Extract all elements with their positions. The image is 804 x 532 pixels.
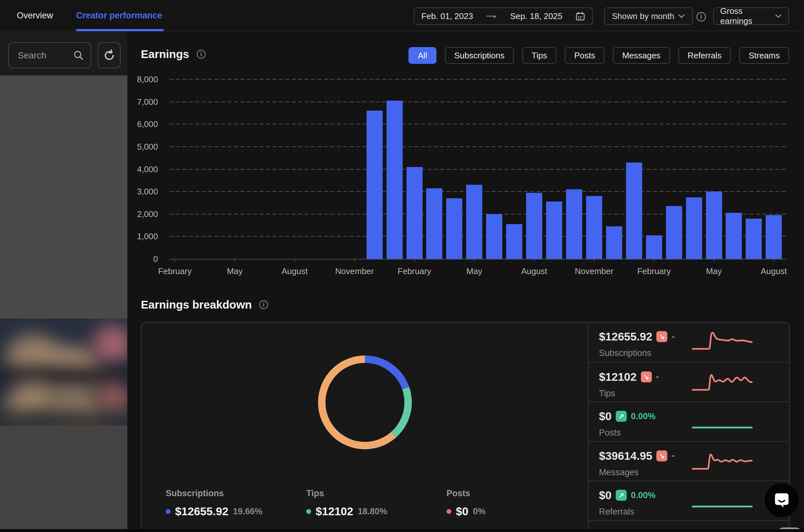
bar-jul-2025	[746, 218, 762, 259]
row-change: -	[671, 332, 674, 342]
x-axis-tick	[294, 259, 295, 262]
date-range-picker[interactable]: Feb. 01, 2023 Sep. 18, 2025	[414, 7, 593, 25]
bar-dec-2023	[366, 111, 383, 259]
sparkline	[692, 489, 753, 513]
bar-mar-2025	[666, 206, 682, 259]
earnings-breakdown-card: Subscriptions$12655.9219.66%Tips$1210218…	[141, 322, 790, 532]
filter-pill-tips[interactable]: Tips	[522, 47, 556, 64]
tab-creator-performance[interactable]: Creator performance	[76, 0, 162, 31]
row-value: $12102	[599, 370, 637, 383]
legend-posts: Posts$00%	[446, 489, 582, 518]
gridline	[169, 169, 787, 170]
search-input[interactable]	[18, 50, 66, 61]
y-axis-tick-label: 0	[107, 254, 158, 264]
gridline	[169, 101, 787, 102]
active-tab-underline	[76, 29, 164, 31]
sidebar-blurred-thumbnails[interactable]	[0, 319, 127, 425]
bar-feb-2024	[406, 167, 423, 259]
filter-pill-referrals[interactable]: Referrals	[678, 47, 731, 64]
earnings-bar-chart: 01,0002,0003,0004,0005,0006,0007,0008,00…	[0, 79, 804, 289]
chat-bubble-icon	[773, 492, 790, 509]
sparkline	[692, 370, 753, 395]
row-value: $0	[599, 410, 612, 423]
row-value: $12655.92	[599, 330, 652, 343]
row-value: $0	[599, 489, 612, 502]
tab-overview[interactable]: Overview	[17, 0, 53, 31]
breakdown-row-posts: $0↗0.00%Posts	[589, 401, 790, 441]
filter-pill-subscriptions[interactable]: Subscriptions	[445, 47, 514, 64]
x-axis-tick	[654, 259, 654, 262]
refresh-icon	[103, 49, 116, 62]
bar-apr-2025	[686, 197, 702, 259]
row-change: -	[671, 451, 674, 461]
row-label: Subscriptions	[599, 348, 651, 358]
x-axis-tick	[414, 259, 415, 262]
calendar-icon	[575, 11, 585, 21]
legend-value: $0	[456, 505, 468, 518]
chat-launcher-button[interactable]	[765, 483, 799, 517]
gridline	[169, 124, 787, 125]
trend-down-icon: ↘	[656, 331, 667, 342]
bar-may-2024	[466, 185, 482, 259]
x-axis-tick	[354, 259, 355, 262]
shown-by-select[interactable]: Shown by month	[604, 7, 693, 25]
bar-mar-2024	[426, 188, 442, 259]
bar-nov-2024	[586, 196, 602, 259]
gridline	[169, 146, 787, 147]
legend-label: Subscriptions	[166, 489, 301, 498]
y-axis-tick-label: 5,000	[107, 142, 158, 152]
metric-select[interactable]: Gross earnings	[713, 7, 789, 25]
filter-pill-posts[interactable]: Posts	[565, 47, 605, 64]
y-axis-tick-label: 7,000	[107, 97, 158, 107]
bar-dec-2024	[606, 226, 622, 259]
badge-blur-red	[94, 325, 127, 364]
chevron-down-icon	[677, 14, 685, 19]
breakdown-row-messages: $39614.95↘-Messages	[589, 441, 790, 481]
info-icon[interactable]	[196, 49, 206, 59]
filter-pill-all[interactable]: All	[408, 47, 437, 64]
trend-down-icon: ↘	[656, 451, 667, 461]
x-axis-tick	[534, 259, 535, 262]
breakdown-row-tips: $12102↘-Tips	[589, 362, 790, 402]
bar-apr-2024	[446, 198, 462, 259]
y-axis-tick-label: 2,000	[107, 209, 158, 219]
filter-pill-messages[interactable]: Messages	[613, 47, 670, 64]
legend-dot	[306, 509, 311, 514]
arrow-right-icon	[486, 13, 497, 19]
refresh-button[interactable]	[98, 42, 120, 68]
legend-value: $12655.92	[175, 505, 228, 518]
row-change: 0.00%	[631, 490, 656, 500]
chart-plot-area: FebruaryMayAugustNovemberFebruaryMayAugu…	[169, 79, 787, 259]
window-bottom-edge	[0, 529, 804, 532]
x-axis-tick-label: August	[738, 266, 804, 276]
y-axis-tick-label: 6,000	[107, 119, 158, 129]
donut-chart	[313, 351, 417, 454]
bar-feb-2025	[646, 235, 662, 259]
legend-tips: Tips$1210218.80%	[306, 489, 442, 518]
search-field[interactable]	[8, 42, 91, 68]
info-icon[interactable]	[696, 12, 706, 22]
bar-jan-2024	[386, 100, 403, 259]
legend-label: Posts	[446, 489, 582, 498]
row-change: -	[656, 372, 659, 382]
bar-may-2025	[706, 191, 722, 259]
bar-jun-2025	[726, 213, 742, 259]
trend-up-icon: ↗	[616, 490, 627, 501]
search-icon	[73, 50, 84, 61]
legend-percent: 0%	[473, 507, 485, 516]
info-icon[interactable]	[259, 300, 269, 309]
bar-jul-2024	[506, 224, 522, 259]
shown-by-value: Shown by month	[612, 11, 674, 21]
bar-sep-2024	[546, 202, 562, 259]
filter-pill-streams[interactable]: Streams	[739, 47, 789, 64]
x-axis-tick	[174, 259, 175, 262]
row-value: $39614.95	[599, 450, 652, 462]
trend-down-icon: ↘	[641, 372, 652, 382]
bar-aug-2024	[526, 193, 542, 259]
legend-percent: 19.66%	[233, 507, 263, 516]
earnings-filter-pills: AllSubscriptionsTipsPostsMessagesReferra…	[408, 47, 789, 64]
earnings-title: Earnings	[141, 48, 189, 61]
bar-jun-2024	[486, 214, 502, 259]
sparkline	[692, 410, 753, 434]
date-end: Sep. 18, 2025	[510, 11, 562, 21]
